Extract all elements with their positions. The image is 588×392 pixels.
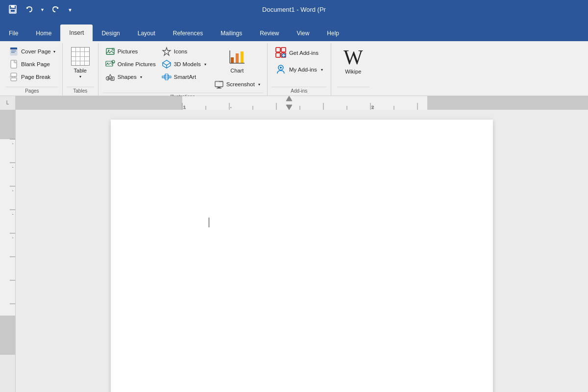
svg-rect-3 [11, 7, 12, 9]
svg-marker-25 [163, 48, 171, 55]
screenshot-icon [214, 79, 224, 89]
tab-references[interactable]: References [164, 25, 212, 41]
svg-rect-50 [281, 48, 286, 52]
3d-models-dd[interactable]: ▾ [204, 62, 206, 67]
chart-label: Chart [230, 68, 244, 74]
cover-page-dd[interactable]: ▾ [53, 49, 55, 54]
svg-text:-: - [12, 188, 14, 193]
ruler-corner[interactable]: L [0, 96, 16, 110]
svg-rect-38 [236, 53, 239, 63]
icons-button[interactable]: Icons [159, 45, 209, 58]
3d-models-icon [162, 59, 172, 69]
wikipedia-label: Wikipe [345, 69, 361, 75]
tab-view[interactable]: View [288, 25, 318, 41]
svg-rect-2 [10, 9, 15, 12]
shapes-dd[interactable]: ▾ [140, 75, 142, 79]
svg-rect-60 [427, 96, 588, 110]
cover-page-icon [9, 47, 19, 56]
svg-text:1: 1 [183, 105, 186, 110]
svg-rect-79 [0, 316, 16, 355]
document-area: - - - - - [0, 110, 588, 392]
blank-page-button[interactable]: Blank Page [6, 58, 58, 71]
vertical-ruler-svg: - - - - - [0, 110, 16, 355]
chart-button[interactable]: Chart [222, 45, 252, 76]
svg-point-16 [108, 50, 109, 51]
pages-group-content: Cover Page ▾ Blank Page [6, 43, 58, 86]
tab-review[interactable]: Review [251, 25, 288, 41]
pages-buttons-col: Cover Page ▾ Blank Page [6, 45, 58, 83]
svg-rect-12 [11, 73, 17, 76]
illustrations-col-1: Pictures Online Pictures [102, 45, 159, 83]
get-addins-label: Get Add-ins [289, 50, 318, 56]
screenshot-button[interactable]: Screenshot ▾ [211, 78, 263, 91]
ribbon-group-addins: Get Add-ins My Add-ins ▾ Add-ins [268, 43, 331, 96]
shapes-label: Shapes [118, 74, 137, 80]
ruler-bar: L 1 · 2 [0, 96, 588, 110]
smartart-icon [162, 72, 172, 82]
cover-page-button[interactable]: Cover Page ▾ [6, 45, 58, 58]
table-button[interactable]: Table ▾ [67, 45, 94, 81]
ribbon-tab-bar: File Home Insert Design Layout Reference… [0, 20, 588, 41]
save-button[interactable] [6, 3, 20, 17]
svg-rect-59 [182, 96, 427, 110]
tab-file[interactable]: File [0, 25, 27, 41]
wikipedia-group-content: W Wikipe [337, 43, 369, 86]
icons-icon [162, 47, 172, 56]
tab-home[interactable]: Home [27, 25, 60, 41]
redo-button[interactable] [49, 3, 62, 17]
shapes-icon [105, 72, 115, 82]
wikipedia-group-label [337, 87, 369, 96]
svg-rect-7 [10, 48, 17, 49]
page-break-button[interactable]: Page Break [6, 71, 58, 83]
svg-rect-37 [231, 57, 234, 63]
online-pictures-icon [105, 59, 115, 69]
svg-rect-29 [165, 74, 168, 76]
svg-rect-14 [11, 78, 17, 81]
illustrations-col-3: Chart Screenshot [211, 45, 263, 91]
tab-layout[interactable]: Layout [129, 25, 164, 41]
undo-button[interactable] [23, 3, 36, 17]
pictures-icon [105, 47, 115, 56]
models-3d-button[interactable]: 3D Models ▾ [159, 58, 209, 71]
online-pictures-button[interactable]: Online Pictures [102, 58, 159, 71]
online-pictures-label: Online Pictures [118, 61, 156, 67]
svg-text:-: - [12, 235, 14, 240]
smartart-label: SmartArt [174, 74, 196, 80]
get-addins-button[interactable]: Get Add-ins [271, 45, 322, 61]
icons-label: Icons [174, 49, 188, 54]
page-area[interactable] [16, 110, 588, 392]
blank-page-label: Blank Page [21, 61, 50, 67]
title-bar: ▼ ▼ Document1 - Word (Pr [0, 0, 588, 20]
page-break-icon [9, 72, 19, 82]
tab-help[interactable]: Help [318, 25, 348, 41]
document-page[interactable] [111, 120, 493, 392]
screenshot-dd[interactable]: ▾ [258, 82, 260, 87]
illustrations-col-2: Icons 3D Models ▾ [159, 45, 209, 83]
customize-qat-button[interactable]: ▼ [65, 5, 75, 15]
vertical-ruler: - - - - - [0, 110, 16, 392]
undo-dropdown-button[interactable]: ▼ [39, 5, 46, 14]
shapes-button[interactable]: Shapes ▾ [102, 71, 159, 83]
my-addins-dd[interactable]: ▾ [321, 68, 323, 72]
screenshot-label: Screenshot [226, 81, 255, 87]
tables-group-content: Table ▾ [67, 43, 94, 86]
svg-rect-39 [241, 51, 244, 63]
window-title: Document1 - Word (Pr [262, 6, 326, 13]
ribbon-group-illustrations: Pictures Online Pictures [98, 43, 268, 96]
my-addins-label: My Add-ins [289, 67, 317, 73]
tab-insert[interactable]: Insert [60, 24, 93, 41]
svg-point-57 [280, 67, 282, 69]
tab-design[interactable]: Design [93, 25, 128, 41]
horizontal-ruler: 1 · 2 [16, 96, 588, 110]
wikipedia-button[interactable]: W Wikipe [337, 45, 369, 77]
pictures-label: Pictures [118, 49, 138, 54]
get-addins-icon [275, 47, 286, 59]
svg-text:-: - [12, 165, 14, 170]
pictures-button[interactable]: Pictures [102, 45, 159, 58]
svg-text:2: 2 [371, 105, 374, 110]
smartart-button[interactable]: SmartArt [159, 71, 209, 83]
wikipedia-icon-area: W [341, 47, 366, 68]
svg-rect-10 [11, 60, 17, 68]
my-addins-button[interactable]: My Add-ins ▾ [271, 62, 327, 77]
tab-mailings[interactable]: Mailings [212, 25, 251, 41]
